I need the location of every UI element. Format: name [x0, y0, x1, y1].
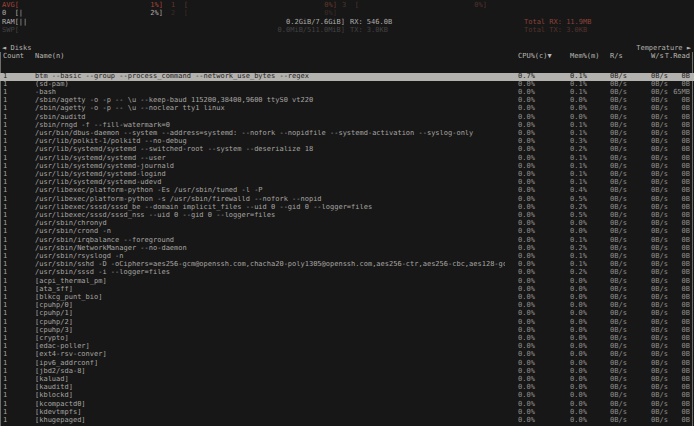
process-row[interactable]: 1 [ipv6_addrconf] 0.0% 0.0% 0B/s 0B/s 0B	[0, 360, 694, 368]
process-row[interactable]: 1 /usr/sbin/crond -n 0.0% 0.0% 0B/s 0B/s…	[0, 228, 694, 236]
column-header-mem[interactable]: Mem%(m)	[570, 53, 600, 60]
process-count: 1	[3, 105, 7, 112]
process-read-rate: 0B/s	[610, 261, 627, 268]
process-row[interactable]: 1 /usr/sbin/chronyd 0.0% 0.0% 0B/s 0B/s …	[0, 220, 694, 228]
process-row[interactable]: 1 /usr/libexec/platform-python -s /usr/s…	[0, 196, 694, 204]
ram-gauge[interactable]: RAM[|| 0.2GiB/7.6GiB]	[2, 19, 345, 26]
process-row[interactable]: 1 [kdevtmpfs] 0.0% 0.0% 0B/s 0B/s 0B	[0, 409, 694, 417]
process-row[interactable]: 1 [kblockd] 0.0% 0.0% 0B/s 0B/s 0B	[0, 392, 694, 400]
nav-temperature-right[interactable]: Temperature ►	[636, 45, 691, 52]
process-cpu: 0.0%	[518, 417, 535, 424]
process-total-read: 0B	[682, 409, 690, 416]
process-row[interactable]: 1 /usr/sbin/irqbalance --foreground 0.0%…	[0, 237, 694, 245]
process-row[interactable]: 1 /sbin/auditd 0.0% 0.0% 0B/s 0B/s 0B	[0, 114, 694, 122]
process-cpu: 0.0%	[518, 368, 535, 375]
cpu-0-gauge[interactable]: 0 [| 2%]	[2, 10, 163, 17]
process-total-read: 0B	[682, 138, 690, 145]
process-row[interactable]: 1 [blkcg_punt_bio] 0.0% 0.0% 0B/s 0B/s 0…	[0, 294, 694, 302]
process-row[interactable]: 1 /usr/sbin/sssd -i --logger=files 0.0% …	[0, 269, 694, 277]
process-row[interactable]: 1 /usr/lib/systemd/systemd-logind 0.0% 0…	[0, 171, 694, 179]
process-row[interactable]: 1 [cpuhp/1] 0.0% 0.0% 0B/s 0B/s 0B	[0, 310, 694, 318]
process-total-read: 0B	[682, 310, 690, 317]
process-read-rate: 0B/s	[610, 368, 627, 375]
column-header-rs[interactable]: R/s	[610, 53, 623, 60]
process-mem: 0.0%	[570, 319, 587, 326]
column-header-name[interactable]: Name(n)	[35, 53, 65, 60]
cpu-avg-gauge[interactable]: AVG[ 1%]	[2, 2, 163, 9]
process-count: 1	[3, 146, 7, 153]
process-row[interactable]: 1 [khugepaged] 0.0% 0.0% 0B/s 0B/s 0B	[0, 417, 694, 425]
process-row[interactable]: 1 [ata_sff] 0.0% 0.0% 0B/s 0B/s 0B	[0, 286, 694, 294]
process-name: /sbin/rngd -f --fill-watermark=0	[35, 122, 505, 129]
process-mem: 0.2%	[570, 269, 587, 276]
process-write-rate: 0B/s	[651, 146, 668, 153]
process-cpu: 0.0%	[518, 81, 535, 88]
process-mem: 0.2%	[570, 204, 587, 211]
process-total-read: 0B	[682, 163, 690, 170]
process-row[interactable]: 1 (sd-pam) 0.0% 0.1% 0B/s 0B/s 0B	[0, 81, 694, 89]
cpu-3-gauge[interactable]: 3 [ 0%]	[342, 2, 487, 9]
process-write-rate: 0B/s	[651, 245, 668, 252]
process-row[interactable]: 1 /usr/libexec/platform-python -Es /usr/…	[0, 187, 694, 195]
process-cpu: 0.0%	[518, 196, 535, 203]
process-row[interactable]: 1 btm --basic --group --process_command …	[0, 73, 694, 81]
cpu-1-gauge[interactable]: 1 [ 0%]	[171, 2, 337, 9]
process-mem: 0.0%	[570, 97, 587, 104]
process-row[interactable]: 1 /usr/lib/systemd/systemd-journald 0.0%…	[0, 163, 694, 171]
process-mem: 0.0%	[570, 220, 587, 227]
process-cpu: 0.0%	[518, 261, 535, 268]
column-header-ws[interactable]: W/s	[651, 53, 664, 60]
process-row[interactable]: 1 /usr/sbin/rsyslogd -n 0.0% 0.1% 0B/s 0…	[0, 253, 694, 261]
process-count: 1	[3, 343, 7, 350]
process-row[interactable]: 1 [cpuhp/3] 0.0% 0.0% 0B/s 0B/s 0B	[0, 327, 694, 335]
process-total-read: 0B	[682, 401, 690, 408]
process-read-rate: 0B/s	[610, 302, 627, 309]
process-count: 1	[3, 122, 7, 129]
process-name: [kauditd]	[35, 384, 505, 391]
process-row[interactable]: 1 /usr/sbin/sshd -D -oCiphers=aes256-gcm…	[0, 261, 694, 269]
process-row[interactable]: 1 /usr/lib/systemd/systemd --switched-ro…	[0, 146, 694, 154]
process-row[interactable]: 1 /usr/lib/systemd/systemd --user 0.0% 0…	[0, 155, 694, 163]
process-count: 1	[3, 130, 7, 137]
process-row[interactable]: 1 [crypto] 0.0% 0.0% 0B/s 0B/s 0B	[0, 335, 694, 343]
process-row[interactable]: 1 [cpuhp/2] 0.0% 0.0% 0B/s 0B/s 0B	[0, 319, 694, 327]
process-row[interactable]: 1 [jbd2/sda-8] 0.0% 0.0% 0B/s 0B/s 0B	[0, 368, 694, 376]
process-row[interactable]: 1 /usr/lib/polkit-1/polkitd --no-debug 0…	[0, 138, 694, 146]
cpu-3-value: 0%]	[474, 2, 487, 9]
process-row[interactable]: 1 /usr/libexec/sssd/sssd_be --domain imp…	[0, 204, 694, 212]
process-row[interactable]: 1 [ext4-rsv-conver] 0.0% 0.0% 0B/s 0B/s …	[0, 351, 694, 359]
swap-gauge[interactable]: SWP[ 0.0MiB/511.0MiB]	[2, 27, 345, 34]
column-header-cpu[interactable]: CPU%(c)▼	[518, 53, 552, 60]
process-row[interactable]: 1 [edac-poller] 0.0% 0.0% 0B/s 0B/s 0B	[0, 343, 694, 351]
process-row[interactable]: 1 [kauditd] 0.0% 0.0% 0B/s 0B/s 0B	[0, 384, 694, 392]
process-mem: 0.0%	[570, 286, 587, 293]
process-row[interactable]: 1 /usr/lib/systemd/systemd-udevd 0.0% 0.…	[0, 179, 694, 187]
process-row[interactable]: 1 /sbin/rngd -f --fill-watermark=0 0.0% …	[0, 122, 694, 130]
cpu-2-gauge[interactable]: 2 [ 0%]	[171, 10, 337, 17]
process-row[interactable]: 1 [kcompactd0] 0.0% 0.0% 0B/s 0B/s 0B	[0, 401, 694, 409]
cpu-avg-value: 1%]	[150, 2, 163, 9]
process-row[interactable]: 1 -bash 0.0% 0.1% 0B/s 0B/s 65MB	[0, 89, 694, 97]
process-mem: 0.3%	[570, 138, 587, 145]
process-mem: 0.0%	[570, 278, 587, 285]
column-header-tread[interactable]: T.Read	[665, 53, 690, 60]
column-header-count[interactable]: Count	[3, 53, 24, 60]
process-count: 1	[3, 163, 7, 170]
process-row[interactable]: 1 [kaluad] 0.0% 0.0% 0B/s 0B/s 0B	[0, 376, 694, 384]
process-row[interactable]: 1 [cpuhp/0] 0.0% 0.0% 0B/s 0B/s 0B	[0, 302, 694, 310]
process-row[interactable]: 1 /sbin/agetty -o -p -- \u --keep-baud 1…	[0, 97, 694, 105]
process-mem: 0.0%	[570, 417, 587, 424]
process-row[interactable]: 1 /sbin/agetty -o -p -- \u --noclear tty…	[0, 105, 694, 113]
process-row[interactable]: 1 /usr/sbin/NetworkManager --no-daemon 0…	[0, 245, 694, 253]
process-read-rate: 0B/s	[610, 335, 627, 342]
process-mem: 0.1%	[570, 237, 587, 244]
process-row[interactable]: 1 [acpi_thermal_pm] 0.0% 0.0% 0B/s 0B/s …	[0, 278, 694, 286]
process-mem: 0.0%	[570, 335, 587, 342]
process-name: [ata_sff]	[35, 286, 505, 293]
nav-disks-left[interactable]: ◄ Disks	[2, 45, 32, 52]
cpu-1-value: 0%]	[324, 2, 337, 9]
process-count: 1	[3, 269, 7, 276]
process-row[interactable]: 1 /usr/bin/dbus-daemon --system --addres…	[0, 130, 694, 138]
process-name: /usr/libexec/platform-python -s /usr/sbi…	[35, 196, 505, 203]
process-row[interactable]: 1 /usr/libexec/sssd/sssd_nss --uid 0 --g…	[0, 212, 694, 220]
